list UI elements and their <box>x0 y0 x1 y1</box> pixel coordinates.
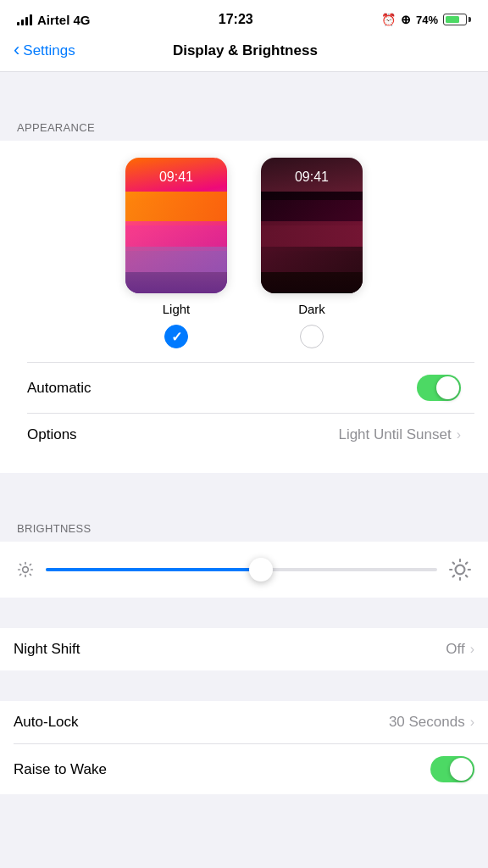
night-shift-gap <box>0 598 488 628</box>
raise-to-wake-toggle[interactable] <box>430 756 474 782</box>
appearance-section-header: APPEARANCE <box>0 103 488 141</box>
nav-bar: ‹ Settings Display & Brightness <box>0 36 488 72</box>
status-bar: Airtel 4G 17:23 ⏰ ⊕ 74% <box>0 0 488 36</box>
status-left: Airtel 4G <box>17 13 91 27</box>
slider-track <box>46 568 437 571</box>
brightness-slider-card <box>0 542 488 598</box>
carrier-label: Airtel 4G <box>37 13 91 27</box>
night-shift-label: Night Shift <box>14 641 80 658</box>
svg-line-3 <box>20 565 21 565</box>
sun-large-icon <box>449 559 471 581</box>
raise-to-wake-label: Raise to Wake <box>14 761 107 778</box>
signal-bars <box>17 14 32 25</box>
slider-fill <box>46 568 261 571</box>
options-right: Light Until Sunset › <box>338 426 461 443</box>
night-shift-chevron-icon: › <box>470 642 474 657</box>
back-button[interactable]: ‹ Settings <box>14 42 75 59</box>
appearance-options: 09:41 Light 09:41 <box>14 158 474 348</box>
auto-lock-right: 30 Seconds › <box>389 714 474 731</box>
brightness-slider[interactable] <box>46 555 437 584</box>
svg-line-17 <box>466 563 468 565</box>
light-radio-button[interactable] <box>164 325 188 348</box>
back-chevron-icon: ‹ <box>14 41 19 59</box>
location-icon: ⊕ <box>401 13 411 26</box>
brightness-gap <box>0 473 488 504</box>
dark-theme-label: Dark <box>298 302 325 316</box>
svg-point-0 <box>23 567 29 573</box>
svg-point-9 <box>456 565 465 575</box>
automatic-row: Automatic <box>14 363 474 413</box>
light-theme-label: Light <box>163 302 191 316</box>
battery-percent: 74% <box>416 14 438 26</box>
options-value: Light Until Sunset <box>338 426 451 443</box>
brightness-section-header: BRIGHTNESS <box>0 504 488 542</box>
sun-small-icon <box>17 561 34 578</box>
automatic-label: Automatic <box>27 380 92 397</box>
light-preview-time: 09:41 <box>125 170 227 185</box>
night-shift-row[interactable]: Night Shift Off › <box>0 628 488 670</box>
auto-lock-label: Auto-Lock <box>14 714 79 731</box>
svg-line-13 <box>466 576 468 577</box>
svg-line-8 <box>30 565 30 565</box>
svg-line-16 <box>453 576 455 577</box>
options-chevron-icon: › <box>457 427 461 442</box>
auto-lock-row[interactable]: Auto-Lock 30 Seconds › <box>0 701 488 743</box>
light-theme-preview: 09:41 <box>125 158 227 293</box>
svg-line-7 <box>20 574 21 575</box>
dark-theme-preview: 09:41 <box>261 158 363 293</box>
appearance-card: 09:41 Light 09:41 <box>0 141 488 473</box>
dark-preview-time: 09:41 <box>261 170 363 185</box>
auto-lock-card: Auto-Lock 30 Seconds › Raise to Wake <box>0 701 488 794</box>
slider-thumb[interactable] <box>249 558 273 581</box>
auto-lock-value: 30 Seconds <box>389 714 465 731</box>
options-row[interactable]: Options Light Until Sunset › <box>14 414 474 456</box>
battery-indicator <box>443 14 471 25</box>
night-shift-value: Off <box>446 641 464 658</box>
dark-radio-button[interactable] <box>300 325 324 348</box>
auto-lock-gap <box>0 670 488 701</box>
svg-line-4 <box>30 574 30 575</box>
raise-to-wake-row: Raise to Wake <box>0 744 488 794</box>
automatic-toggle[interactable] <box>417 375 461 401</box>
top-gap <box>0 72 488 103</box>
night-shift-right: Off › <box>446 641 474 658</box>
page-title: Display & Brightness <box>75 42 415 59</box>
light-theme-option[interactable]: 09:41 Light <box>125 158 227 348</box>
status-right: ⏰ ⊕ 74% <box>381 13 471 26</box>
svg-line-12 <box>453 563 455 565</box>
raise-to-wake-toggle-knob <box>450 758 473 781</box>
options-label: Options <box>27 426 77 443</box>
alarm-icon: ⏰ <box>381 13 396 26</box>
status-time: 17:23 <box>219 12 253 27</box>
back-label: Settings <box>23 42 75 59</box>
dark-theme-option[interactable]: 09:41 Dark <box>261 158 363 348</box>
night-shift-card: Night Shift Off › <box>0 628 488 670</box>
auto-lock-chevron-icon: › <box>470 715 474 730</box>
automatic-toggle-knob <box>436 376 459 399</box>
